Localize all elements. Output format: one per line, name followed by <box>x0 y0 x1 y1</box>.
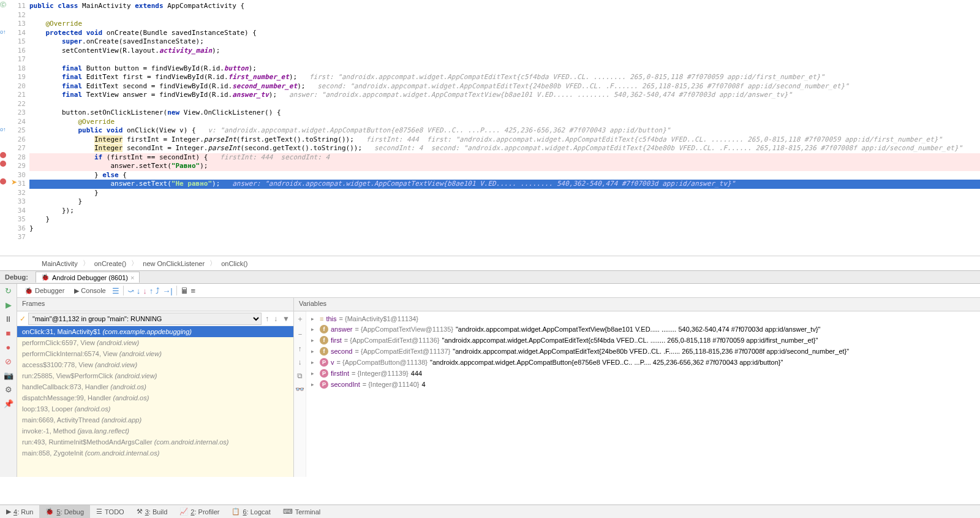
code-line[interactable]: final Button button = findViewById(R.id.… <box>29 64 980 74</box>
threads-icon[interactable]: ☰ <box>112 286 119 295</box>
line-number[interactable]: 32 <box>11 189 26 198</box>
stop-icon[interactable]: ■ <box>6 329 11 338</box>
code-line[interactable]: button.setOnClickListener(new View.OnCli… <box>29 109 980 118</box>
frame-item[interactable]: main:6669, ActivityThread (android.app) <box>17 414 293 425</box>
line-number[interactable]: 11 <box>11 2 26 11</box>
line-number[interactable]: 14 <box>11 29 26 38</box>
variable-item[interactable]: ▸f second = {AppCompatEditText@11137} "a… <box>309 346 978 357</box>
code-line[interactable]: } else { <box>29 171 980 180</box>
line-number[interactable]: 27 <box>11 144 26 153</box>
code-line[interactable]: final EditText first = findViewById(R.id… <box>29 73 980 82</box>
line-number[interactable]: 28 <box>11 153 26 162</box>
frame-item[interactable]: onClick:31, MainActivity$1 (com.example.… <box>17 326 293 337</box>
code-line[interactable]: if (firstInt == secondInt) { firstInt: 4… <box>29 153 980 162</box>
variable-item[interactable]: ▸f first = {AppCompatEditText@11136} "an… <box>309 335 978 346</box>
code-line[interactable]: final TextView answer = findViewById(R.i… <box>29 91 980 100</box>
frame-item[interactable]: performClickInternal:6574, View (android… <box>17 348 293 359</box>
breadcrumb-item[interactable]: onClick() <box>216 260 252 267</box>
code-line[interactable] <box>29 233 980 242</box>
breakpoint-icon[interactable] <box>0 152 6 158</box>
breakpoint-icon[interactable] <box>0 178 6 185</box>
add-watch-icon[interactable]: ＋ <box>296 314 304 324</box>
frame-item[interactable]: invoke:-1, Method (java.lang.reflect) <box>17 425 293 436</box>
variable-item[interactable]: ▸P v = {AppCompatButton@11138} "androidx… <box>309 357 978 368</box>
evaluate-icon[interactable]: 🖩 <box>181 286 189 295</box>
variable-item[interactable]: ▸≡ this = {MainActivity$1@11134} <box>309 314 978 324</box>
breadcrumb-item[interactable]: onCreate() <box>89 260 132 267</box>
trace-icon[interactable]: ≡ <box>191 286 196 295</box>
debugger-tab[interactable]: 🐞Debugger <box>21 286 68 295</box>
line-number[interactable]: 34 <box>11 207 26 216</box>
line-number[interactable]: 15 <box>11 37 26 47</box>
copy-icon[interactable]: ⧉ <box>297 371 303 380</box>
line-number[interactable]: 20 <box>11 82 26 91</box>
breakpoints-icon[interactable]: ● <box>6 343 11 352</box>
step-over-icon[interactable]: ⤻ <box>127 286 134 295</box>
code-line[interactable]: final EditText second = findViewById(R.i… <box>29 82 980 91</box>
line-number[interactable]: 19 <box>11 73 26 82</box>
breadcrumb[interactable]: MainActivity〉onCreate()〉new OnClickListe… <box>0 256 980 270</box>
line-number[interactable]: 17 <box>11 55 26 64</box>
code-line[interactable]: } <box>29 189 980 198</box>
code-line[interactable]: public void onClick(View v) { v: "androi… <box>29 126 980 135</box>
run-to-cursor-icon[interactable]: →| <box>162 286 172 295</box>
line-number[interactable]: 29 <box>11 162 26 171</box>
line-number[interactable]: 35 <box>11 215 26 224</box>
frame-item[interactable]: run:493, RuntimeInit$MethodAndArgsCaller… <box>17 436 293 448</box>
code-line[interactable]: Integer secondInt = Integer.parseInt(sec… <box>29 144 980 153</box>
drop-frame-icon[interactable]: ⤴ <box>156 286 160 295</box>
tool-window-tab[interactable]: ⌨Terminal <box>277 505 327 518</box>
debug-session-tab[interactable]: 🐞 Android Debugger (8601) × <box>36 272 140 283</box>
prev-frame-icon[interactable]: ↑ <box>264 314 270 323</box>
override-icon[interactable]: o↑ <box>0 126 6 132</box>
camera-icon[interactable]: 📷 <box>4 371 13 380</box>
line-number[interactable]: 37 <box>11 233 26 242</box>
line-number[interactable]: 21 <box>11 91 26 100</box>
frame-list[interactable]: onClick:31, MainActivity$1 (com.example.… <box>17 326 293 477</box>
frame-item[interactable]: performClick:6597, View (android.view) <box>17 337 293 348</box>
line-number[interactable]: 26 <box>11 135 26 145</box>
code-line[interactable] <box>29 55 980 64</box>
code-line[interactable]: setContentView(R.layout.activity_main); <box>29 47 980 56</box>
down-icon[interactable]: ↓ <box>298 358 302 367</box>
line-number[interactable]: 25 <box>11 126 26 135</box>
frame-item[interactable]: access$3100:778, View (android.view) <box>17 359 293 370</box>
variables-list[interactable]: ▸≡ this = {MainActivity$1@11134}▸f answe… <box>306 311 980 477</box>
tool-window-tab[interactable]: ☰TODO <box>90 505 130 518</box>
close-icon[interactable]: × <box>130 274 134 281</box>
frame-item[interactable]: dispatchMessage:99, Handler (android.os) <box>17 392 293 403</box>
frame-item[interactable]: handleCallback:873, Handler (android.os) <box>17 381 293 392</box>
step-into-icon[interactable]: ↓ <box>137 286 141 295</box>
force-step-into-icon[interactable]: ↓ <box>143 286 147 295</box>
override-icon[interactable]: o↑ <box>0 29 6 35</box>
pause-icon[interactable]: ⏸ <box>4 314 12 324</box>
breadcrumb-item[interactable]: MainActivity <box>37 260 83 267</box>
line-number[interactable]: 12 <box>11 11 26 20</box>
variable-item[interactable]: ▸f answer = {AppCompatTextView@11135} "a… <box>309 324 978 335</box>
code-line[interactable] <box>29 100 980 109</box>
tool-window-tab[interactable]: ⚒3: Build <box>130 505 174 518</box>
code-line[interactable]: @Override <box>29 118 980 127</box>
frame-item[interactable]: loop:193, Looper (android.os) <box>17 403 293 414</box>
code-line[interactable]: } <box>29 215 980 224</box>
filter-icon[interactable]: ▼ <box>281 314 291 323</box>
code-line[interactable]: super.onCreate(savedInstanceState); <box>29 37 980 47</box>
tool-window-tab[interactable]: 📈2: Profiler <box>173 505 225 518</box>
breakpoint-icon[interactable] <box>0 161 6 167</box>
remove-watch-icon[interactable]: － <box>296 329 304 340</box>
line-number[interactable]: 22 <box>11 100 26 109</box>
variable-item[interactable]: ▸P secondInt = {Integer@11140} 4 <box>309 379 978 390</box>
code-line[interactable]: } <box>29 197 980 207</box>
line-number[interactable]: 18 <box>11 64 26 74</box>
code-line[interactable]: protected void onCreate(Bundle savedInst… <box>29 29 980 38</box>
console-tab[interactable]: ▶Console <box>70 286 109 295</box>
code-line[interactable]: } <box>29 224 980 234</box>
line-number[interactable]: 24 <box>11 118 26 127</box>
tool-window-tab[interactable]: ▶4: Run <box>0 505 39 518</box>
code-line[interactable] <box>29 11 980 20</box>
tool-window-tab[interactable]: 🐞5: Debug <box>39 505 90 518</box>
frame-item[interactable]: main:858, ZygoteInit (com.android.intern… <box>17 448 293 459</box>
line-number[interactable]: 23 <box>11 109 26 118</box>
line-number[interactable]: 33 <box>11 197 26 207</box>
frame-item[interactable]: run:25885, View$PerformClick (android.vi… <box>17 370 293 381</box>
